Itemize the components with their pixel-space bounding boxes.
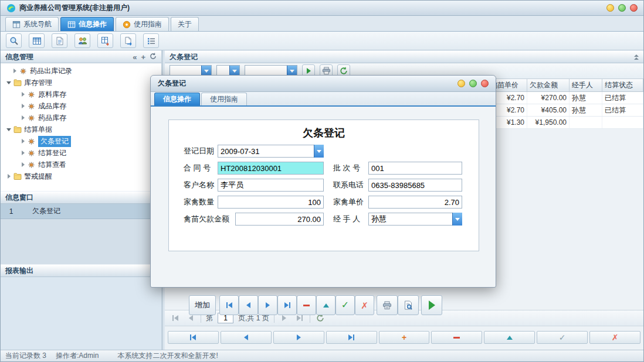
data-grid-button[interactable] — [29, 33, 45, 48]
tree-item-finished-goods-stock[interactable]: 成品库存 — [1, 100, 161, 112]
dialog-minimize-button[interactable] — [457, 80, 465, 87]
tree-item-settlement-view[interactable]: 结算查看 — [1, 159, 161, 170]
tab-info-operation[interactable]: 信息操作 — [60, 17, 114, 31]
chevron-down-icon[interactable] — [452, 213, 462, 226]
record-edit-button[interactable] — [484, 331, 535, 344]
reg-date-combo — [218, 145, 324, 158]
statusbar: 当前记录数 3 操作者:Admin 本系统支持二次开发和全新开发! — [1, 350, 643, 361]
check-icon: ✓ — [559, 333, 566, 341]
record-confirm-button[interactable]: ✓ — [537, 331, 588, 344]
cell-debt-amount: ¥405.00 — [527, 104, 570, 116]
table-export-button[interactable] — [97, 33, 113, 48]
expand-icon[interactable] — [19, 151, 26, 155]
tree-item-alert-reminder[interactable]: 警戒提醒 — [1, 170, 161, 182]
expand-icon[interactable] — [19, 104, 26, 108]
left-panel: 信息管理 « + 药品出库记录 库存管理 原料库存 — [1, 50, 163, 350]
dialog-tab-info-operation[interactable]: 信息操作 — [154, 93, 200, 105]
tree-item-settlement-docs[interactable]: 结算单据 — [1, 124, 161, 135]
nav-next-button[interactable] — [258, 295, 277, 315]
window-maximize-button[interactable] — [618, 4, 626, 12]
tree-item-drug-outbound[interactable]: 药品出库记录 — [1, 65, 161, 77]
record-cancel-button[interactable]: ✗ — [589, 331, 640, 344]
tree-item-inventory-mgmt[interactable]: 库存管理 — [1, 77, 161, 88]
document-export-button[interactable] — [120, 33, 136, 48]
dialog-body: 欠条登记 登记日期 合 同 号 批 次 号 客户名称 — [151, 108, 496, 287]
nav-next-icon — [297, 334, 301, 340]
nav-first-button[interactable] — [219, 295, 239, 315]
search-button[interactable] — [6, 33, 22, 48]
info-window-item-iou[interactable]: 1 欠条登记 — [1, 204, 161, 219]
preview-button[interactable] — [398, 295, 419, 315]
debt-amount-input[interactable] — [235, 213, 324, 226]
collapse-left-icon[interactable]: « — [133, 53, 137, 61]
collapse-icon[interactable] — [5, 128, 12, 131]
column-header-handler[interactable]: 经手人 — [570, 79, 602, 91]
tab-user-guide[interactable]: 使用指南 — [116, 17, 169, 31]
tab-system-nav[interactable]: 系统导航 — [5, 17, 59, 31]
customer-name-label: 客户名称 — [184, 179, 214, 192]
collapse-icon[interactable] — [5, 81, 12, 84]
cell-debt-amount: ¥270.00 — [527, 92, 570, 104]
unit-price-label: 家禽单价 — [333, 196, 364, 209]
expand-icon[interactable] — [19, 115, 26, 120]
folder-icon — [12, 126, 22, 133]
record-last-button[interactable] — [326, 331, 377, 344]
column-header-debt-amount[interactable]: 欠款金额 — [527, 79, 570, 91]
record-next-button[interactable] — [273, 331, 324, 344]
record-prev-button[interactable] — [221, 331, 272, 344]
tree-item-raw-material-stock[interactable]: 原料库存 — [1, 88, 161, 100]
cancel-button[interactable]: ✗ — [355, 295, 374, 315]
nav-last-button[interactable] — [277, 295, 297, 315]
users-button[interactable] — [74, 33, 90, 48]
quantity-input[interactable] — [218, 196, 324, 209]
tree-item-iou-register[interactable]: 欠条登记 — [1, 135, 161, 147]
cell-settle-status: 已结算 — [602, 104, 643, 116]
nav-prev-button[interactable] — [239, 295, 258, 315]
cell-handler — [570, 117, 602, 128]
expand-icon[interactable] — [19, 162, 26, 167]
record-add-button[interactable]: + — [379, 331, 430, 344]
reg-date-input[interactable] — [218, 145, 314, 158]
expand-icon[interactable] — [19, 139, 26, 144]
tab-about[interactable]: 关于 — [171, 17, 199, 31]
dialog-maximize-button[interactable] — [469, 80, 477, 87]
batch-no-input[interactable] — [368, 162, 462, 175]
record-delete-button[interactable] — [431, 331, 482, 344]
tree-item-label: 警戒提醒 — [24, 172, 52, 182]
print-button[interactable] — [377, 295, 398, 315]
contract-no-input[interactable] — [218, 162, 324, 175]
list-button[interactable] — [143, 33, 159, 48]
dialog-close-button[interactable] — [481, 80, 489, 87]
chevron-down-icon[interactable] — [314, 145, 324, 158]
collapse-icon[interactable] — [634, 54, 639, 60]
info-mgmt-title: 信息管理 — [5, 52, 33, 62]
refresh-icon[interactable] — [150, 53, 157, 62]
dialog-tab-user-guide[interactable]: 使用指南 — [201, 93, 247, 105]
dialog-titlebar[interactable]: 欠条登记 — [151, 76, 496, 92]
execute-button[interactable] — [421, 295, 442, 315]
expand-icon[interactable] — [19, 92, 26, 97]
tree-item-drug-stock[interactable]: 药品库存 — [1, 112, 161, 124]
add-button[interactable]: 增加 — [189, 295, 216, 315]
confirm-button[interactable]: ✓ — [335, 295, 355, 315]
unit-price-input[interactable] — [368, 196, 462, 209]
document-button[interactable] — [52, 33, 67, 48]
column-header-settle-status[interactable]: 结算状态 — [602, 79, 643, 91]
phone-input[interactable] — [368, 179, 462, 192]
customer-name-input[interactable] — [218, 179, 324, 192]
tree-item-settlement-register[interactable]: 结算登记 — [1, 147, 161, 159]
add-icon[interactable]: + — [141, 53, 145, 61]
expand-icon[interactable] — [5, 174, 12, 179]
window-title: 商业养殖公司管理系统(非注册用户) — [19, 3, 130, 13]
window-minimize-button[interactable] — [606, 4, 614, 12]
edit-button[interactable] — [316, 295, 335, 315]
nav-first-icon — [226, 302, 228, 308]
tree-item-label: 药品库存 — [38, 113, 66, 123]
tree-item-label: 结算单据 — [24, 125, 52, 135]
window-close-button[interactable] — [630, 4, 638, 12]
record-first-button[interactable] — [168, 331, 219, 344]
quantity-label: 家禽数量 — [184, 196, 214, 209]
expand-icon[interactable] — [11, 69, 18, 73]
handler-input[interactable] — [368, 213, 452, 226]
delete-button[interactable] — [297, 295, 316, 315]
